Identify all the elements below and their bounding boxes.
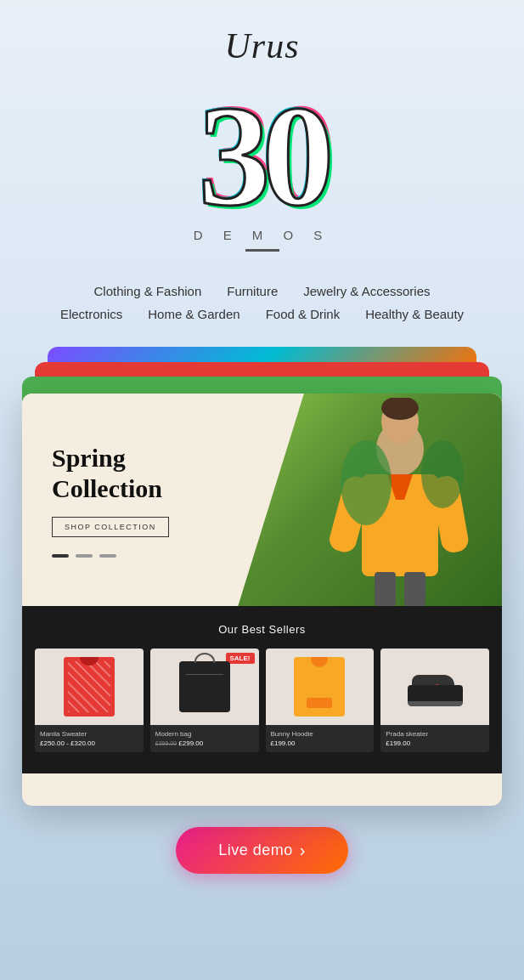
- product-price-sweater: £250.00 - £320.00: [40, 739, 138, 747]
- product-name-sweater: Manila Sweater: [40, 730, 138, 738]
- product-card-sweater[interactable]: Manila Sweater £250.00 - £320.00: [35, 649, 144, 752]
- product-card-hoodie[interactable]: Bunny Hoodie £199.00: [266, 649, 375, 752]
- product-info-sneaker: Prada skeater £199.00: [380, 725, 489, 752]
- live-demo-arrow-icon: ›: [300, 841, 306, 860]
- product-price-hoodie: £199.00: [271, 739, 369, 747]
- product-info-bag: Modern bag £399.00 £299.00: [150, 725, 259, 752]
- dot-1: [52, 554, 69, 558]
- live-demo-label: Live demo: [218, 841, 293, 859]
- sidebar-item-healthy-beauty[interactable]: Healthy & Beauty: [365, 307, 464, 321]
- sneaker-icon: [408, 668, 463, 706]
- demos-underline: [245, 249, 279, 252]
- demo-hero-content: Spring Collection SHOP COLLECTION: [22, 417, 169, 583]
- svg-rect-10: [404, 572, 425, 606]
- demo-hero: Spring Collection SHOP COLLECTION THE LO…: [22, 394, 502, 606]
- product-name-sneaker: Prada skeater: [386, 730, 484, 738]
- demo-hero-title: Spring Collection: [52, 443, 169, 504]
- dot-3: [99, 554, 116, 558]
- logo-section: Urus: [0, 0, 524, 75]
- sweater-icon: [64, 657, 115, 717]
- shop-collection-button[interactable]: SHOP COLLECTION: [52, 517, 169, 537]
- product-info-sweater: Manila Sweater £250.00 - £320.00: [35, 725, 144, 752]
- product-image-bag: SALE!: [150, 649, 259, 725]
- demos-number: 30: [199, 83, 326, 228]
- products-grid: Manila Sweater £250.00 - £320.00 SALE!: [35, 649, 489, 752]
- sidebar-item-jewelry-accessories[interactable]: Jewelry & Accessories: [303, 284, 430, 298]
- category-row-1: Clothing & Fashion Furniture Jewelry & A…: [0, 284, 524, 298]
- product-card-bag[interactable]: SALE! Modern bag £399.00 £299.00: [150, 649, 259, 752]
- live-demo-section: Live demo ›: [0, 806, 524, 899]
- sidebar-item-food-drink[interactable]: Food & Drink: [266, 307, 341, 321]
- product-image-sneaker: [380, 649, 489, 725]
- category-row-2: Electronics Home & Garden Food & Drink H…: [0, 307, 524, 321]
- svg-rect-9: [375, 572, 396, 606]
- hero-image: [238, 394, 502, 606]
- product-name-bag: Modern bag: [155, 730, 254, 738]
- sidebar-item-home-garden[interactable]: Home & Garden: [148, 307, 239, 321]
- product-card-sneaker[interactable]: Prada skeater £199.00: [380, 649, 489, 752]
- sidebar-item-furniture[interactable]: Furniture: [227, 284, 278, 298]
- product-info-hoodie: Bunny Hoodie £199.00: [266, 725, 375, 752]
- product-image-sweater: [35, 649, 144, 725]
- person-silhouette: [315, 398, 485, 606]
- demo-preview-stack: Spring Collection SHOP COLLECTION THE LO…: [22, 347, 502, 806]
- demos-section: 30 D E M O S: [0, 75, 524, 269]
- sidebar-item-clothing-fashion[interactable]: Clothing & Fashion: [94, 284, 202, 298]
- category-nav: Clothing & Fashion Furniture Jewelry & A…: [0, 269, 524, 338]
- bag-icon: [179, 661, 230, 712]
- product-name-hoodie: Bunny Hoodie: [271, 730, 369, 738]
- dot-2: [76, 554, 93, 558]
- logo: Urus: [224, 26, 299, 65]
- best-sellers-section: Our Best Sellers Manila Sweater £250.00 …: [22, 606, 502, 773]
- product-price-sneaker: £199.00: [386, 739, 484, 747]
- svg-point-8: [421, 440, 464, 508]
- hoodie-icon: [294, 657, 345, 717]
- product-price-bag: £399.00 £299.00: [155, 739, 254, 747]
- product-image-hoodie: [266, 649, 375, 725]
- hero-dots: [52, 554, 169, 558]
- sidebar-item-electronics[interactable]: Electronics: [60, 307, 122, 321]
- product-price-old-bag: £399.00: [155, 740, 177, 746]
- best-sellers-title: Our Best Sellers: [35, 623, 489, 636]
- live-demo-button[interactable]: Live demo ›: [176, 827, 348, 874]
- svg-point-7: [341, 440, 392, 525]
- sale-badge: SALE!: [226, 653, 255, 664]
- main-demo-card: Spring Collection SHOP COLLECTION THE LO…: [22, 394, 502, 806]
